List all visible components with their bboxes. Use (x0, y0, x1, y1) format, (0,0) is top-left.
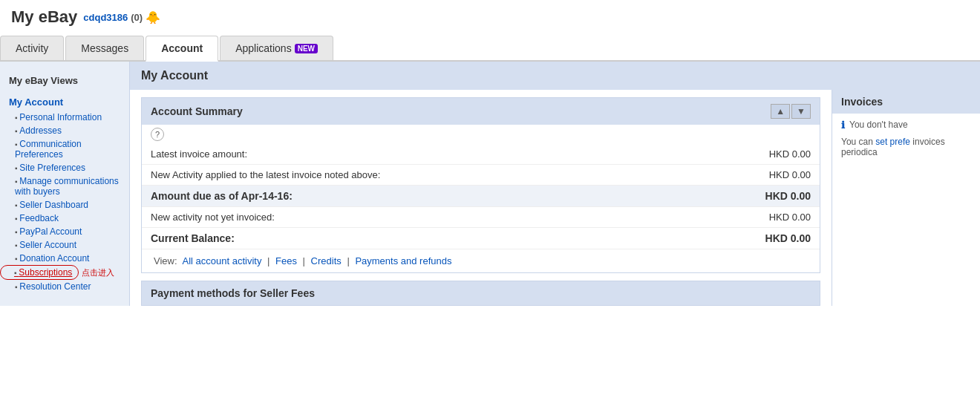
sidebar: My eBay Views My Account Personal Inform… (0, 62, 130, 306)
user-score: (0) (131, 12, 143, 23)
page-title: My eBay cdqd3186 (0) 🐥 (11, 7, 969, 27)
new-activity-uninvoiced-row: New activity not yet invoiced: HKD 0.00 (142, 207, 820, 228)
view-links: View: All account activity | Fees | Cred… (142, 249, 820, 272)
current-balance-label: Current Balance: (151, 232, 235, 244)
tab-applications[interactable]: Applications NEW (220, 36, 333, 60)
account-summary-header: Account Summary ▲ ▼ (142, 98, 820, 125)
separator-3: | (347, 255, 352, 266)
new-activity-value: HKD 0.00 (769, 169, 811, 180)
invoices-content: ℹ You don't have You can set prefe invoi… (832, 114, 980, 163)
new-activity-label: New Activity applied to the latest invoi… (151, 169, 380, 180)
new-activity-uninvoiced-value: HKD 0.00 (769, 212, 811, 223)
sidebar-item-site-preferences[interactable]: Site Preferences (0, 161, 129, 174)
sidebar-item-paypal-account[interactable]: PayPal Account (0, 225, 129, 238)
site-title: My eBay (11, 7, 77, 27)
sidebar-item-resolution-center[interactable]: Resolution Center (0, 280, 129, 293)
sidebar-section-title[interactable]: My Account (0, 91, 129, 111)
user-info: cdqd3186 (0) 🐥 (83, 10, 160, 24)
invoices-title: Invoices (832, 90, 980, 114)
info-icon: ℹ (841, 120, 845, 131)
amount-due-row: Amount due as of Apr-14-16: HKD 0.00 (142, 186, 820, 207)
tab-bar: Activity Messages Account Applications N… (0, 34, 980, 62)
separator-2: | (303, 255, 308, 266)
latest-invoice-label: Latest invoice amount: (151, 148, 247, 160)
amount-due-label: Amount due as of Apr-14-16: (151, 190, 293, 202)
invoices-info-box: ℹ You don't have (841, 120, 971, 131)
view-prefix: View: (154, 255, 177, 266)
amount-due-value: HKD 0.00 (765, 190, 811, 202)
sidebar-item-feedback[interactable]: Feedback (0, 212, 129, 225)
summary-controls: ▲ ▼ (771, 104, 811, 119)
account-summary-title: Account Summary (151, 105, 243, 117)
tab-applications-label: Applications (235, 42, 292, 54)
tab-new-badge: NEW (295, 44, 318, 53)
username-link[interactable]: cdqd3186 (83, 12, 128, 23)
latest-invoice-value: HKD 0.00 (769, 148, 811, 160)
set-prefs-link[interactable]: set prefe (875, 137, 910, 147)
invoices-panel: Invoices ℹ You don't have You can set pr… (832, 90, 980, 306)
credits-link[interactable]: Credits (311, 255, 342, 266)
current-balance-row: Current Balance: HKD 0.00 (142, 228, 820, 249)
content-main: Account Summary ▲ ▼ ? Latest invoice amo… (130, 90, 832, 306)
payments-refunds-link[interactable]: Payments and refunds (355, 255, 451, 266)
latest-invoice-row: Latest invoice amount: HKD 0.00 (142, 144, 820, 165)
content-title: My Account (130, 62, 980, 90)
fees-link[interactable]: Fees (275, 255, 297, 266)
sidebar-item-personal-information[interactable]: Personal Information (0, 111, 129, 124)
no-invoice-text: You don't have (849, 120, 908, 131)
sidebar-item-subscriptions[interactable]: Subscriptions (0, 265, 79, 280)
payment-section-title: Payment methods for Seller Fees (142, 281, 820, 305)
new-activity-uninvoiced-label: New activity not yet invoiced: (151, 212, 275, 223)
sidebar-item-communication-preferences[interactable]: Communication Preferences (0, 137, 129, 161)
payment-section: Payment methods for Seller Fees (141, 281, 820, 306)
account-summary-section: Account Summary ▲ ▼ ? Latest invoice amo… (141, 97, 820, 273)
tab-messages[interactable]: Messages (65, 36, 144, 60)
current-balance-value: HKD 0.00 (765, 232, 811, 244)
invoices-set-prefs: You can set prefe invoices periodica (841, 137, 971, 157)
main-layout: My eBay Views My Account Personal Inform… (0, 62, 980, 306)
sidebar-item-donation-account[interactable]: Donation Account (0, 252, 129, 265)
content-area: My Account Account Summary ▲ ▼ ? Latest … (130, 62, 980, 306)
separator-1: | (267, 255, 272, 266)
user-icon: 🐥 (146, 10, 160, 24)
collapse-up-button[interactable]: ▲ (771, 104, 790, 119)
invoices-set-prefs-text: You can (841, 137, 873, 147)
sidebar-item-addresses[interactable]: Addresses (0, 124, 129, 137)
content-row: Account Summary ▲ ▼ ? Latest invoice amo… (130, 90, 980, 306)
all-account-activity-link[interactable]: All account activity (182, 255, 261, 266)
sidebar-item-manage-communications[interactable]: Manage communications with buyers (0, 174, 129, 198)
sidebar-item-seller-account[interactable]: Seller Account (0, 238, 129, 252)
sidebar-views-title: My eBay Views (0, 69, 129, 91)
tab-account[interactable]: Account (146, 36, 218, 62)
sidebar-item-seller-dashboard[interactable]: Seller Dashboard (0, 198, 129, 212)
annotation-subscriptions: 点击进入 (82, 267, 114, 278)
page-header: My eBay cdqd3186 (0) 🐥 (0, 0, 980, 27)
tab-activity[interactable]: Activity (0, 36, 64, 60)
collapse-down-button[interactable]: ▼ (791, 104, 811, 119)
new-activity-row: New Activity applied to the latest invoi… (142, 165, 820, 186)
help-icon[interactable]: ? (151, 128, 164, 141)
